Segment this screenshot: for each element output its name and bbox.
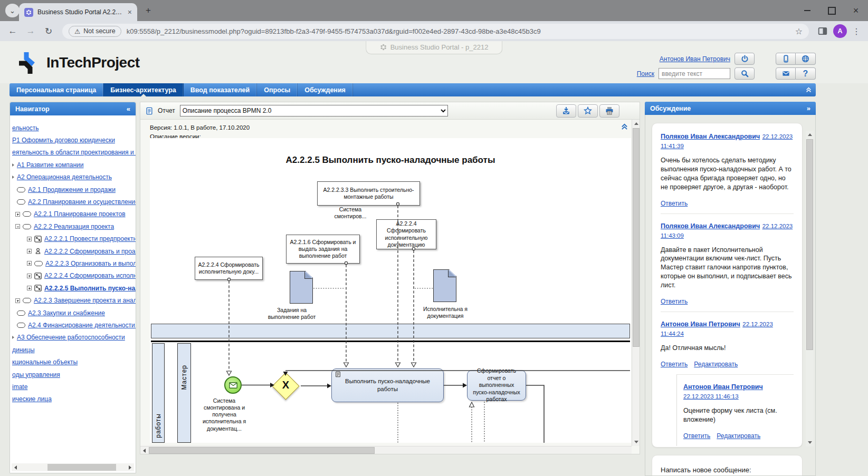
reply-link[interactable]: Ответить [683, 432, 710, 440]
not-secure-chip[interactable]: ⚠Not secure [69, 26, 121, 37]
browser-menu-icon[interactable]: ⋮ [850, 26, 863, 36]
search-button[interactable] [735, 67, 755, 80]
edit-link[interactable]: Редактировать [717, 432, 760, 440]
scroll-left-icon[interactable] [140, 446, 148, 454]
bpmn-external-process-exec-doc-left[interactable]: А2.2.2.4 Сформировать исполнительную док… [195, 257, 263, 280]
tree-link[interactable]: А1 Развитие компании [17, 161, 83, 169]
scroll-up-icon[interactable] [632, 120, 640, 128]
url-bar[interactable]: ⚠Not secure k09:5558/p_2212/businessmode… [62, 24, 809, 39]
comment-author[interactable]: Поляков Иван Александрович [661, 222, 760, 230]
tree-link[interactable]: А2.2.2.1 Провести предпроектное [44, 235, 136, 242]
tree-link[interactable]: еятельность в области проектирования и м… [12, 149, 136, 156]
browser-avatar[interactable]: A [833, 24, 847, 38]
document-shape-tasks[interactable] [290, 271, 313, 304]
tree-link[interactable]: Р1 Оформить договор юридически [12, 137, 115, 144]
scroll-left-icon[interactable] [12, 463, 20, 471]
tree-link[interactable]: А2.2.2.4 Сформировать исполните [44, 272, 136, 279]
tree-link[interactable]: А2.2.2 Реализация проекта [34, 223, 114, 230]
scroll-down-icon[interactable] [806, 439, 814, 446]
expand-plus-icon[interactable] [27, 261, 32, 266]
comment-author[interactable]: Антонов Иван Петрович [683, 383, 763, 391]
scroll-thumb[interactable] [806, 139, 813, 350]
collapse-report-header-button[interactable] [621, 123, 628, 132]
collapse-minus-icon[interactable] [15, 224, 20, 229]
collapse-panel-icon[interactable]: » [807, 104, 810, 112]
document-shape-exec[interactable] [433, 269, 456, 302]
bpmn-external-process-tasks[interactable]: А2.2.1.6 Сформировать и выдать задания н… [286, 235, 360, 264]
messages-button[interactable] [776, 67, 796, 80]
expand-plus-icon[interactable] [27, 274, 32, 278]
side-panel-icon[interactable] [815, 24, 830, 38]
mobile-version-button[interactable] [776, 53, 796, 65]
scroll-down-icon[interactable] [632, 438, 640, 446]
tree-link[interactable]: А3 Обеспечение работоспособности [17, 334, 125, 341]
nav-collapse-button[interactable] [806, 83, 816, 96]
export-button[interactable] [556, 104, 576, 118]
reply-link[interactable]: Ответить [661, 200, 688, 207]
bookmark-star-icon[interactable]: ☆ [795, 26, 803, 36]
expand-plus-icon[interactable] [27, 237, 32, 241]
tree-link[interactable]: А2.2.2.3 Организовать и выполнит [45, 260, 136, 267]
tree-link[interactable]: ические лица [12, 395, 52, 403]
navigator-hscrollbar[interactable] [12, 463, 134, 471]
expand-arrow-icon[interactable] [12, 336, 14, 339]
logout-button[interactable] [735, 53, 755, 65]
tree-link[interactable]: кциональные объекты [12, 358, 78, 366]
tree-link[interactable]: А2.2.2.5 Выполнить пуско-налад [44, 285, 136, 292]
expand-arrow-icon[interactable] [12, 163, 14, 167]
maximize-button[interactable] [819, 0, 844, 21]
print-button[interactable] [599, 104, 619, 118]
tree-link[interactable]: А2.2.2.2 Сформировать и проанал [44, 248, 136, 255]
tab-surveys[interactable]: Опросы [257, 83, 298, 96]
browser-tab[interactable]: Business Studio Portal A2.2.2.5 × [19, 3, 137, 21]
expand-plus-icon[interactable] [15, 298, 20, 303]
url-text[interactable]: k09:5558/p_2212/businessmodel.php?oguid=… [127, 27, 790, 35]
tree-link[interactable]: imate [12, 383, 27, 391]
main-hscrollbar[interactable] [140, 446, 632, 454]
user-link[interactable]: Антонов Иван Петрович [660, 55, 730, 63]
bpmn-external-process-smr[interactable]: А2.2.2.3.3 Выполнить строительно-монтажн… [317, 181, 420, 206]
comment-author[interactable]: Антонов Иван Петрович [661, 320, 740, 328]
tree-link[interactable]: А2.2.1 Планирование проектов [34, 210, 126, 218]
tree-link[interactable]: ельность [12, 124, 39, 132]
help-button[interactable]: ? [796, 67, 816, 80]
back-icon[interactable]: ← [5, 24, 20, 38]
scroll-thumb[interactable] [47, 464, 116, 471]
scroll-thumb[interactable] [633, 128, 640, 347]
comment-datetime[interactable]: 22.12.2023 11:46:13 [683, 393, 739, 400]
tree-link[interactable]: А2.4 Финансирование деятельности и р [28, 322, 136, 329]
search-input[interactable] [659, 68, 730, 79]
tree-link[interactable]: А2.3 Закупки и снабжение [28, 309, 105, 317]
bpmn-external-process-exec-doc[interactable]: А2.2.2.4 Сформировать исполнительную док… [376, 219, 436, 249]
tree-link[interactable]: А2 Операционная деятельность [17, 173, 112, 181]
scroll-up-icon[interactable] [806, 131, 814, 139]
tree-link[interactable]: А2.2.3 Завершение проекта и анализ [34, 297, 136, 304]
reply-link[interactable]: Ответить [661, 361, 688, 368]
expand-arrow-icon[interactable] [12, 176, 14, 179]
tab-search-button[interactable]: ⌄ [5, 4, 20, 17]
close-tab-icon[interactable]: × [128, 8, 132, 16]
scroll-right-icon[interactable] [126, 463, 134, 471]
comment-author[interactable]: Поляков Иван Александрович [661, 133, 760, 140]
tab-discussions[interactable]: Обсуждения [298, 83, 353, 96]
main-vscrollbar[interactable] [632, 120, 640, 446]
bpmn-start-event[interactable] [224, 376, 242, 394]
bpmn-task-report[interactable]: Сформировать отчет о выполненных пуско-н… [467, 370, 526, 401]
language-button[interactable] [796, 53, 816, 65]
tree-link[interactable]: А2.2 Планирование и осуществление пр [28, 198, 136, 206]
close-window-button[interactable]: × [844, 0, 868, 21]
expand-plus-icon[interactable] [27, 249, 32, 254]
report-select[interactable]: Описание процесса BPMN 2.0 [180, 105, 448, 116]
reply-link[interactable]: Ответить [661, 298, 688, 305]
search-link[interactable]: Поиск [637, 70, 654, 77]
edit-link[interactable]: Редактировать [694, 361, 738, 368]
expand-plus-icon[interactable] [15, 212, 20, 217]
tree-link[interactable]: оды управления [12, 371, 60, 378]
bpmn-task-perform[interactable]: Выполнить пуско-наладочные работы [331, 368, 444, 402]
new-tab-button[interactable]: + [142, 5, 154, 16]
expand-plus-icon[interactable] [27, 286, 32, 290]
tab-business-architecture[interactable]: Бизнес-архитектура [103, 83, 184, 96]
favorite-button[interactable] [578, 104, 598, 118]
tree-link[interactable]: диницы [12, 346, 35, 354]
minimize-button[interactable] [795, 0, 819, 21]
